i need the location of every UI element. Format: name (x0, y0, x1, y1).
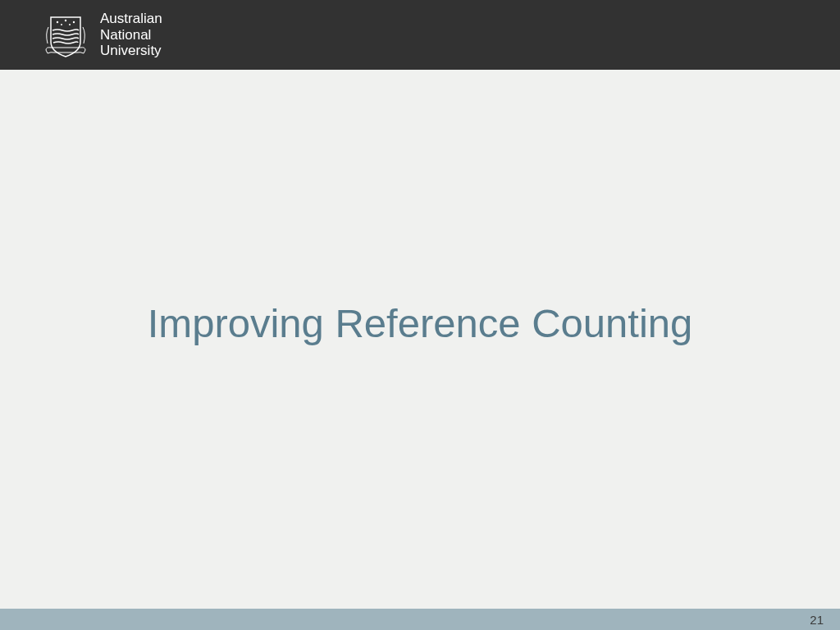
institution-logo: Australian National University (41, 11, 162, 60)
institution-line3: University (100, 43, 162, 59)
slide-title: Improving Reference Counting (148, 300, 693, 346)
institution-name: Australian National University (100, 11, 162, 59)
institution-line1: Australian (100, 11, 162, 27)
slide-body: Improving Reference Counting (0, 70, 840, 609)
slide-footer: 21 (0, 609, 840, 630)
institution-line2: National (100, 27, 162, 43)
page-number: 21 (810, 613, 824, 627)
svg-point-0 (57, 21, 58, 22)
svg-point-4 (69, 24, 71, 25)
crest-icon (41, 11, 90, 60)
svg-point-3 (61, 24, 62, 25)
svg-point-2 (73, 21, 75, 22)
svg-point-1 (65, 19, 66, 21)
slide-header: Australian National University (0, 0, 840, 70)
